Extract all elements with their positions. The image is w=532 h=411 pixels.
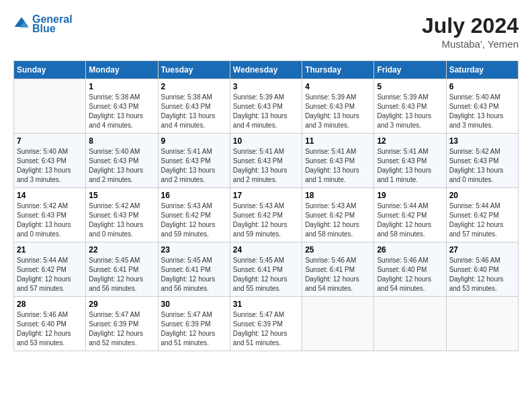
day-info: Sunrise: 5:45 AMSunset: 6:41 PMDaylight:… [161, 256, 227, 293]
day-number: 4 [305, 82, 371, 91]
day-number: 9 [161, 136, 227, 146]
calendar-week-row: 7Sunrise: 5:40 AMSunset: 6:43 PMDaylight… [14, 134, 519, 188]
calendar-table: SundayMondayTuesdayWednesdayThursdayFrid… [13, 60, 519, 351]
day-number: 12 [377, 136, 443, 146]
day-number: 14 [17, 191, 83, 200]
day-info: Sunrise: 5:38 AMSunset: 6:43 PMDaylight:… [89, 93, 154, 130]
day-info: Sunrise: 5:41 AMSunset: 6:43 PMDaylight:… [161, 147, 227, 185]
calendar-week-row: 14Sunrise: 5:42 AMSunset: 6:43 PMDayligh… [14, 188, 519, 242]
calendar-cell: 12Sunrise: 5:41 AMSunset: 6:43 PMDayligh… [374, 134, 446, 188]
calendar-cell: 31Sunrise: 5:47 AMSunset: 6:39 PMDayligh… [230, 297, 302, 351]
day-number: 25 [305, 245, 371, 255]
calendar-cell: 15Sunrise: 5:42 AMSunset: 6:43 PMDayligh… [86, 188, 158, 242]
calendar-cell: 11Sunrise: 5:41 AMSunset: 6:43 PMDayligh… [302, 134, 374, 188]
calendar-cell: 16Sunrise: 5:43 AMSunset: 6:42 PMDayligh… [158, 188, 230, 242]
day-number: 19 [377, 191, 443, 200]
day-number: 22 [89, 245, 154, 255]
day-info: Sunrise: 5:46 AMSunset: 6:40 PMDaylight:… [449, 256, 515, 293]
day-info: Sunrise: 5:40 AMSunset: 6:43 PMDaylight:… [17, 147, 83, 185]
day-info: Sunrise: 5:44 AMSunset: 6:42 PMDaylight:… [377, 201, 443, 239]
calendar-cell: 21Sunrise: 5:44 AMSunset: 6:42 PMDayligh… [14, 242, 86, 297]
weekday-header-monday: Monday [86, 61, 158, 79]
day-number: 27 [449, 245, 515, 255]
calendar-cell: 7Sunrise: 5:40 AMSunset: 6:43 PMDaylight… [14, 134, 86, 188]
day-number: 7 [17, 136, 83, 146]
day-info: Sunrise: 5:42 AMSunset: 6:43 PMDaylight:… [89, 201, 154, 239]
day-info: Sunrise: 5:47 AMSunset: 6:39 PMDaylight:… [89, 310, 154, 348]
weekday-header-thursday: Thursday [302, 61, 374, 79]
calendar-cell: 20Sunrise: 5:44 AMSunset: 6:42 PMDayligh… [446, 188, 518, 242]
calendar-cell [446, 297, 518, 351]
calendar-cell: 23Sunrise: 5:45 AMSunset: 6:41 PMDayligh… [158, 242, 230, 297]
day-info: Sunrise: 5:41 AMSunset: 6:43 PMDaylight:… [377, 147, 443, 185]
weekday-header-saturday: Saturday [446, 61, 518, 79]
day-info: Sunrise: 5:47 AMSunset: 6:39 PMDaylight:… [161, 310, 227, 348]
day-info: Sunrise: 5:43 AMSunset: 6:42 PMDaylight:… [305, 201, 371, 239]
calendar-week-row: 28Sunrise: 5:46 AMSunset: 6:40 PMDayligh… [14, 297, 519, 351]
day-info: Sunrise: 5:41 AMSunset: 6:43 PMDaylight:… [305, 147, 371, 185]
title-block: July 2024 Mustaba', Yemen [422, 13, 519, 50]
day-number: 31 [233, 300, 299, 309]
day-info: Sunrise: 5:41 AMSunset: 6:43 PMDaylight:… [233, 147, 299, 185]
calendar-cell: 29Sunrise: 5:47 AMSunset: 6:39 PMDayligh… [86, 297, 158, 351]
weekday-header-row: SundayMondayTuesdayWednesdayThursdayFrid… [14, 61, 519, 79]
weekday-header-sunday: Sunday [14, 61, 86, 79]
day-info: Sunrise: 5:40 AMSunset: 6:43 PMDaylight:… [89, 147, 154, 185]
day-number: 21 [17, 245, 83, 255]
day-info: Sunrise: 5:45 AMSunset: 6:41 PMDaylight:… [89, 256, 154, 293]
day-info: Sunrise: 5:43 AMSunset: 6:42 PMDaylight:… [161, 201, 227, 239]
day-info: Sunrise: 5:46 AMSunset: 6:41 PMDaylight:… [305, 256, 371, 293]
calendar-cell: 19Sunrise: 5:44 AMSunset: 6:42 PMDayligh… [374, 188, 446, 242]
calendar-cell: 13Sunrise: 5:42 AMSunset: 6:43 PMDayligh… [446, 134, 518, 188]
day-info: Sunrise: 5:39 AMSunset: 6:43 PMDaylight:… [305, 93, 371, 130]
day-info: Sunrise: 5:42 AMSunset: 6:43 PMDaylight:… [17, 201, 83, 239]
logo-icon [13, 16, 30, 32]
calendar-cell: 8Sunrise: 5:40 AMSunset: 6:43 PMDaylight… [86, 134, 158, 188]
calendar-cell: 26Sunrise: 5:46 AMSunset: 6:40 PMDayligh… [374, 242, 446, 297]
calendar-cell: 9Sunrise: 5:41 AMSunset: 6:43 PMDaylight… [158, 134, 230, 188]
day-number: 28 [17, 300, 83, 309]
calendar-cell: 28Sunrise: 5:46 AMSunset: 6:40 PMDayligh… [14, 297, 86, 351]
calendar-cell: 1Sunrise: 5:38 AMSunset: 6:43 PMDaylight… [86, 79, 158, 134]
day-info: Sunrise: 5:47 AMSunset: 6:39 PMDaylight:… [233, 310, 299, 348]
calendar-cell [374, 297, 446, 351]
day-info: Sunrise: 5:44 AMSunset: 6:42 PMDaylight:… [449, 201, 515, 239]
calendar-cell: 22Sunrise: 5:45 AMSunset: 6:41 PMDayligh… [86, 242, 158, 297]
day-number: 30 [161, 300, 227, 309]
calendar-cell: 17Sunrise: 5:43 AMSunset: 6:42 PMDayligh… [230, 188, 302, 242]
day-number: 2 [161, 82, 227, 91]
weekday-header-friday: Friday [374, 61, 446, 79]
calendar-week-row: 1Sunrise: 5:38 AMSunset: 6:43 PMDaylight… [14, 79, 519, 134]
calendar-cell: 30Sunrise: 5:47 AMSunset: 6:39 PMDayligh… [158, 297, 230, 351]
day-number: 3 [233, 82, 299, 91]
day-number: 6 [449, 82, 515, 91]
day-number: 23 [161, 245, 227, 255]
day-number: 15 [89, 191, 154, 200]
calendar-cell: 25Sunrise: 5:46 AMSunset: 6:41 PMDayligh… [302, 242, 374, 297]
calendar-cell: 14Sunrise: 5:42 AMSunset: 6:43 PMDayligh… [14, 188, 86, 242]
day-info: Sunrise: 5:39 AMSunset: 6:43 PMDaylight:… [377, 93, 443, 130]
calendar-cell: 27Sunrise: 5:46 AMSunset: 6:40 PMDayligh… [446, 242, 518, 297]
calendar-cell: 4Sunrise: 5:39 AMSunset: 6:43 PMDaylight… [302, 79, 374, 134]
calendar-cell: 24Sunrise: 5:45 AMSunset: 6:41 PMDayligh… [230, 242, 302, 297]
day-info: Sunrise: 5:39 AMSunset: 6:43 PMDaylight:… [233, 93, 299, 130]
day-number: 11 [305, 136, 371, 146]
day-number: 16 [161, 191, 227, 200]
day-info: Sunrise: 5:42 AMSunset: 6:43 PMDaylight:… [449, 147, 515, 185]
day-info: Sunrise: 5:45 AMSunset: 6:41 PMDaylight:… [233, 256, 299, 293]
month-year: July 2024 [422, 13, 519, 38]
calendar-cell: 3Sunrise: 5:39 AMSunset: 6:43 PMDaylight… [230, 79, 302, 134]
logo-text: General Blue [32, 13, 73, 35]
day-info: Sunrise: 5:43 AMSunset: 6:42 PMDaylight:… [233, 201, 299, 239]
day-number: 29 [89, 300, 154, 309]
day-number: 17 [233, 191, 299, 200]
day-info: Sunrise: 5:44 AMSunset: 6:42 PMDaylight:… [17, 256, 83, 293]
logo: General Blue [13, 13, 73, 35]
day-info: Sunrise: 5:46 AMSunset: 6:40 PMDaylight:… [17, 310, 83, 348]
calendar-cell: 2Sunrise: 5:38 AMSunset: 6:43 PMDaylight… [158, 79, 230, 134]
day-number: 10 [233, 136, 299, 146]
calendar-cell: 18Sunrise: 5:43 AMSunset: 6:42 PMDayligh… [302, 188, 374, 242]
day-number: 13 [449, 136, 515, 146]
day-number: 8 [89, 136, 154, 146]
day-info: Sunrise: 5:38 AMSunset: 6:43 PMDaylight:… [161, 93, 227, 130]
